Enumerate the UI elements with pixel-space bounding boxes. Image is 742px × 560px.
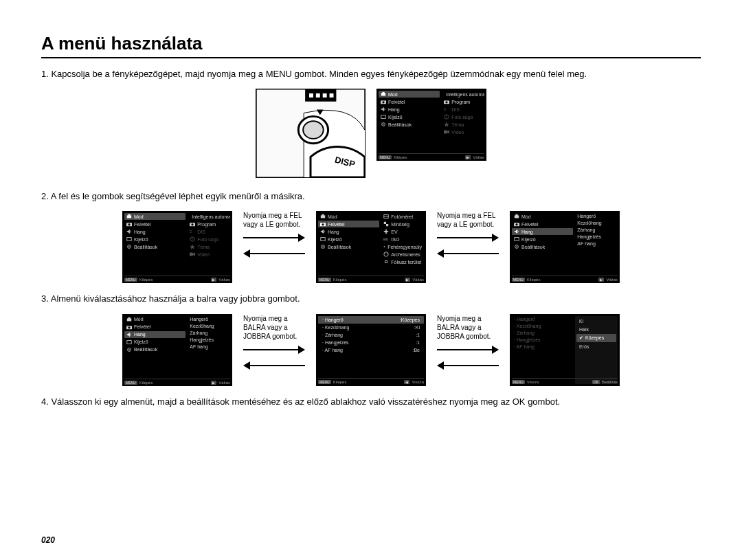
svg-marker-50: [321, 229, 324, 234]
step-1-figures: DISP MódFelvételHangKijelzőBeállítások I…: [41, 89, 701, 181]
svg-point-85: [128, 349, 130, 350]
svg-point-77: [516, 247, 517, 248]
menu-item: · Hangjelzés: [512, 337, 575, 343]
svg-rect-30: [127, 238, 131, 241]
step-3-figures: MódFelvételHangKijelzőBeállítások Hanger…: [41, 314, 701, 386]
menu-item: AF hang: [575, 240, 618, 247]
menu-item: ?Fotó súgó: [442, 113, 484, 120]
svg-point-61: [384, 247, 385, 248]
page-number: 020: [41, 535, 55, 545]
svg-marker-82: [127, 332, 130, 336]
menu-item: Beállítások: [124, 346, 186, 353]
arrow-right-icon: [437, 233, 499, 243]
svg-text:D: D: [444, 109, 447, 112]
svg-point-62: [384, 252, 388, 256]
menu-item: · Kezdőhang: [512, 323, 575, 329]
menu-item: Videó: [442, 128, 484, 135]
menu-item: ISOISO: [381, 236, 424, 243]
svg-rect-57: [386, 224, 388, 226]
svg-rect-83: [127, 340, 131, 344]
menu-item: Arcfelismerés: [381, 251, 424, 258]
step-4-text: 4. Válasszon ki egy almenüt, majd a beál…: [41, 396, 701, 408]
svg-rect-65: [385, 261, 387, 263]
option-row: · Zárhang:1: [318, 331, 424, 339]
menu-item: DDIS: [442, 106, 484, 113]
menu-item: Zárhang: [575, 227, 618, 233]
svg-marker-87: [298, 346, 305, 354]
svg-marker-39: [190, 244, 195, 249]
svg-point-32: [128, 247, 130, 248]
svg-marker-24: [447, 131, 449, 134]
svg-rect-79: [128, 317, 130, 318]
arrow-left-icon: [437, 361, 499, 370]
menu-item: Hangjelzés: [188, 337, 230, 343]
svg-rect-4: [330, 93, 334, 98]
menu-item: Felvétel: [124, 221, 186, 227]
menu-item: DDIS: [188, 228, 230, 235]
menu-item: Kijelző: [124, 339, 186, 346]
menu-item: Felvétel: [512, 221, 573, 227]
svg-marker-45: [243, 249, 250, 258]
svg-rect-71: [515, 214, 517, 216]
svg-rect-9: [382, 92, 384, 93]
svg-point-35: [192, 224, 194, 226]
svg-text:?: ?: [192, 238, 194, 242]
svg-marker-41: [193, 253, 195, 256]
menu-item: Kezdőhang: [188, 323, 230, 329]
menu-item: Program: [442, 98, 484, 105]
svg-point-81: [128, 326, 130, 328]
svg-point-11: [382, 101, 384, 103]
menu-item: Hangjelzés: [575, 234, 618, 240]
menu-item: Videó: [188, 251, 230, 258]
svg-rect-51: [321, 238, 325, 241]
option-row: · Hangerő:Közepes: [318, 316, 424, 324]
menu-item: Mód: [124, 316, 186, 323]
menu-item: Program: [188, 221, 230, 227]
arrow-left-icon: [243, 249, 305, 258]
svg-rect-47: [322, 214, 324, 216]
svg-rect-23: [444, 131, 447, 134]
svg-marker-43: [298, 234, 305, 242]
svg-rect-59: [384, 232, 388, 233]
menu-item: · Zárhang: [512, 330, 575, 336]
menu-item: Hangerő: [188, 316, 230, 322]
menu-screen-mode-2: MódFelvételHangKijelzőBeállítások Intell…: [122, 211, 232, 283]
svg-text:D: D: [190, 231, 192, 234]
svg-marker-89: [243, 361, 250, 370]
menu-screen-sound-2: MódFelvételHangKijelzőBeállítások Hanger…: [122, 314, 232, 386]
menu-item: Beállítások: [379, 121, 440, 128]
menu-item: Beállítások: [124, 243, 186, 250]
menu-item: Fókusz terület: [381, 258, 424, 265]
menu-item: Intelligens automata: [442, 91, 484, 98]
menu-item: Minőség: [381, 221, 424, 227]
svg-point-49: [322, 224, 324, 226]
menu-item: Mód: [124, 213, 186, 220]
svg-marker-93: [437, 361, 444, 370]
svg-text:?: ?: [446, 116, 448, 120]
menu-item: Mód: [512, 213, 573, 220]
camera-drawing: DISP: [256, 89, 366, 181]
menu-item: Hang: [318, 228, 379, 235]
menu-item: Felvétel: [379, 98, 440, 105]
menu-item: Hangerő: [575, 213, 618, 219]
step-2-text: 2. A fel és le gombok segítségével léphe…: [41, 190, 701, 203]
svg-rect-1: [309, 93, 313, 98]
menu-item: Felvétel: [124, 324, 186, 331]
menu-item: Mód: [379, 91, 440, 98]
menu-item: · AF hang: [512, 344, 575, 350]
menu-item: Fotóméret: [381, 213, 424, 220]
menu-item: Zárhang: [188, 330, 230, 336]
svg-point-7: [303, 121, 324, 139]
menu-item: AF hang: [188, 344, 230, 350]
menu-item: EV: [381, 228, 424, 235]
svg-text:ISO: ISO: [383, 238, 388, 242]
menu-item: Ki: [576, 317, 616, 325]
option-row: · AF hang:Be: [318, 346, 424, 354]
menu-item: Téma: [188, 243, 230, 250]
menu-item: Kijelző: [512, 236, 573, 243]
menu-item: Kijelző: [124, 236, 186, 243]
arrow-left-icon: [243, 361, 305, 370]
hint-updown-1: Nyomja meg a FEL vagy a LE gombot.: [243, 211, 305, 260]
menu-screen-sound: MódFelvételHangKijelzőBeállítások Hanger…: [510, 211, 620, 283]
menu-item: Téma: [442, 121, 484, 128]
